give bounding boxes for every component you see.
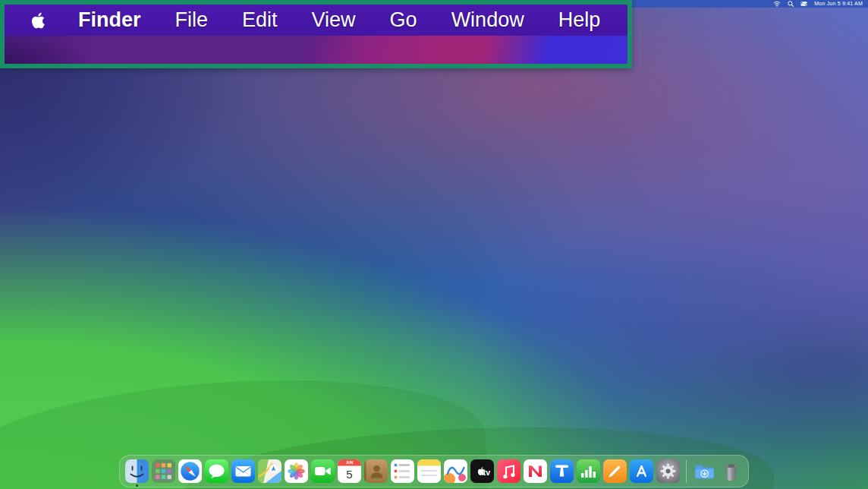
dock-item-finder[interactable] [125, 459, 149, 483]
menu-item-view[interactable]: View [312, 5, 356, 36]
dock-separator [686, 460, 687, 483]
menu-item-help[interactable]: Help [558, 5, 601, 36]
dock-item-news[interactable] [524, 459, 547, 483]
trash-icon [719, 459, 743, 483]
dock-item-facetime[interactable] [311, 459, 335, 483]
dock-item-keynote[interactable] [550, 459, 574, 483]
menu-bar-clock[interactable]: Mon Jun 5 9:41 AM [814, 0, 863, 8]
numbers-icon [577, 459, 600, 483]
contacts-icon [364, 459, 388, 483]
notes-icon [417, 459, 441, 483]
news-icon [524, 459, 547, 483]
dock-item-trash[interactable] [719, 459, 743, 483]
menu-item-window[interactable]: Window [451, 5, 524, 36]
dock-item-music[interactable] [497, 459, 520, 483]
spotlight-icon[interactable] [788, 1, 794, 7]
menu-item-finder[interactable]: Finder [78, 5, 141, 36]
dock-item-numbers[interactable] [577, 459, 600, 483]
menu-item-file[interactable]: File [175, 5, 209, 36]
dock-item-notes[interactable] [417, 459, 441, 483]
mail-icon [231, 459, 255, 483]
dock-item-messages[interactable] [205, 459, 228, 483]
dock-item-downloads[interactable] [693, 459, 716, 483]
reminders-icon [391, 459, 414, 483]
facetime-icon [311, 459, 335, 483]
svg-text:5: 5 [346, 468, 352, 481]
dock-item-photos[interactable] [285, 459, 308, 483]
finder-icon [125, 459, 149, 483]
desktop-screen: Mon Jun 5 9:41 AM Finder File Edit View … [0, 0, 868, 489]
menu-item-go[interactable]: Go [390, 5, 417, 36]
dock: JUN 5 [119, 455, 749, 487]
svg-text:JUN: JUN [346, 461, 354, 465]
dock-item-contacts[interactable] [364, 459, 388, 483]
pages-icon [603, 459, 627, 483]
magnified-wallpaper [5, 36, 627, 64]
keynote-icon [550, 459, 574, 483]
downloads-folder-icon [693, 459, 716, 483]
apple-logo-icon [27, 8, 47, 33]
dock-item-tv[interactable]: tv [470, 459, 494, 483]
desktop-wallpaper [0, 0, 868, 489]
dock-item-mail[interactable] [231, 459, 255, 483]
system-settings-icon [656, 459, 680, 483]
music-icon [497, 459, 520, 483]
wifi-icon[interactable] [773, 1, 781, 7]
control-center-icon[interactable] [800, 1, 807, 7]
dock-item-freeform[interactable] [444, 459, 467, 483]
magnified-menu-bar: Finder File Edit View Go Window Help [5, 5, 627, 36]
running-indicator [136, 484, 138, 487]
dock-item-pages[interactable] [603, 459, 627, 483]
dock-item-maps[interactable] [258, 459, 281, 483]
safari-icon [178, 459, 202, 483]
magnified-menu-items: Finder File Edit View Go Window Help [78, 5, 600, 36]
apple-tv-icon: tv [470, 459, 494, 483]
dock-item-app-store[interactable] [630, 459, 653, 483]
svg-text:tv: tv [483, 468, 490, 477]
menu-item-edit[interactable]: Edit [242, 5, 278, 36]
dock-item-calendar[interactable]: JUN 5 [338, 459, 361, 483]
maps-icon [258, 459, 281, 483]
apple-menu[interactable] [27, 8, 47, 33]
dock-item-launchpad[interactable] [152, 459, 175, 483]
dock-item-reminders[interactable] [391, 459, 414, 483]
dock-item-system-settings[interactable] [656, 459, 680, 483]
zoom-magnifier-window: Finder File Edit View Go Window Help [0, 0, 632, 68]
dock-item-safari[interactable] [178, 459, 202, 483]
photos-icon [285, 459, 308, 483]
freeform-icon [444, 459, 467, 483]
launchpad-icon [152, 459, 175, 483]
calendar-icon: JUN 5 [338, 459, 361, 483]
app-store-icon [630, 459, 653, 483]
messages-icon [205, 459, 228, 483]
